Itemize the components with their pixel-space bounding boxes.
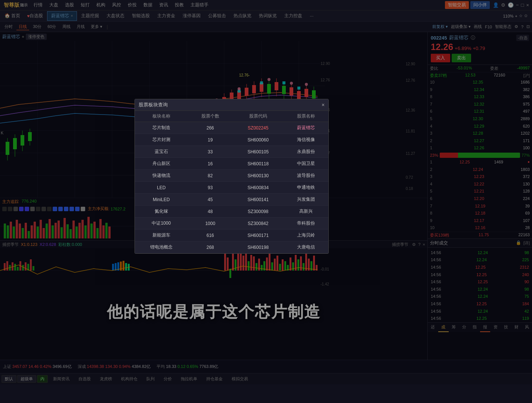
modal-table-row[interactable]: 芯片封测 19 SH600060 海信视像 bbox=[135, 134, 328, 146]
modal-table-row[interactable]: 氮化镓 48 SZ300098 高新兴 bbox=[135, 206, 328, 218]
modal-table-body: 芯片制造 266 SZ002245 蔚蓝锂芯 芯片封测 19 SH600060 … bbox=[135, 122, 328, 253]
modal-code[interactable]: SH600834 bbox=[233, 182, 284, 194]
modal-name[interactable]: 帝科股份 bbox=[284, 218, 328, 229]
modal-count: 33 bbox=[188, 146, 233, 158]
modal-table-row[interactable]: 锂电池概念 268 SH600198 大唐电信 bbox=[135, 241, 328, 253]
modal-dialog: 股票板块查询 × 板块名称 股票个数 股票代码 股票名称 芯片制造 266 SZ… bbox=[134, 99, 329, 254]
modal-table-row[interactable]: 新能源车 616 SH600171 上海贝岭 bbox=[135, 229, 328, 241]
modal-name[interactable]: 兴发集团 bbox=[284, 194, 328, 206]
modal-name[interactable]: 高新兴 bbox=[284, 206, 328, 218]
modal-col-name: 股票名称 bbox=[284, 111, 328, 122]
modal-table-row[interactable]: 中证1000 1000 SZ300842 帝科股份 bbox=[135, 218, 328, 229]
modal-code[interactable]: SH600198 bbox=[233, 241, 284, 253]
modal-count: 48 bbox=[188, 206, 233, 218]
modal-header[interactable]: 股票板块查询 × bbox=[135, 99, 328, 111]
modal-sector: 快递物流 bbox=[135, 170, 188, 182]
modal-table-header-row: 板块名称 股票个数 股票代码 股票名称 bbox=[135, 111, 328, 122]
modal-count: 93 bbox=[188, 182, 233, 194]
modal-table-row[interactable]: 舟山新区 16 SH600118 中国卫星 bbox=[135, 158, 328, 170]
modal-close-button[interactable]: × bbox=[322, 102, 325, 108]
modal-code[interactable]: SZ002245 bbox=[233, 122, 284, 134]
modal-sector: 芯片制造 bbox=[135, 122, 188, 134]
modal-count: 266 bbox=[188, 122, 233, 134]
modal-title: 股票板块查询 bbox=[139, 101, 168, 108]
modal-table-row[interactable]: MiniLED 45 SH600141 兴发集团 bbox=[135, 194, 328, 206]
modal-count: 45 bbox=[188, 194, 233, 206]
modal-sector: 中证1000 bbox=[135, 218, 188, 229]
modal-name[interactable]: 上海贝岭 bbox=[284, 229, 328, 241]
modal-code[interactable]: SH600171 bbox=[233, 229, 284, 241]
modal-code[interactable]: SZ300842 bbox=[233, 218, 284, 229]
modal-table-row[interactable]: 芯片制造 266 SZ002245 蔚蓝锂芯 bbox=[135, 122, 328, 134]
modal-sector: 锂电池概念 bbox=[135, 241, 188, 253]
modal-sector: 氮化镓 bbox=[135, 206, 188, 218]
modal-code[interactable]: SH600105 bbox=[233, 146, 284, 158]
modal-table-row[interactable]: 蓝宝石 33 SH600105 永鼎股份 bbox=[135, 146, 328, 158]
modal-name[interactable]: 中国卫星 bbox=[284, 158, 328, 170]
modal-count: 1000 bbox=[188, 218, 233, 229]
modal-code[interactable]: SH600141 bbox=[233, 194, 284, 206]
modal-overlay[interactable]: 股票板块查询 × 板块名称 股票个数 股票代码 股票名称 芯片制造 266 SZ… bbox=[0, 0, 532, 403]
modal-name[interactable]: 大唐电信 bbox=[284, 241, 328, 253]
modal-code[interactable]: SH600118 bbox=[233, 158, 284, 170]
modal-code[interactable]: SH600130 bbox=[233, 170, 284, 182]
modal-name[interactable]: 波导股份 bbox=[284, 170, 328, 182]
modal-sector: 芯片封测 bbox=[135, 134, 188, 146]
modal-sector: MiniLED bbox=[135, 194, 188, 206]
modal-count: 616 bbox=[188, 229, 233, 241]
modal-name[interactable]: 海信视像 bbox=[284, 134, 328, 146]
modal-count: 16 bbox=[188, 158, 233, 170]
modal-count: 268 bbox=[188, 241, 233, 253]
modal-col-count: 股票个数 bbox=[188, 111, 233, 122]
modal-sector: 舟山新区 bbox=[135, 158, 188, 170]
modal-count: 19 bbox=[188, 134, 233, 146]
modal-sector: 蓝宝石 bbox=[135, 146, 188, 158]
modal-name[interactable]: 申通地铁 bbox=[284, 182, 328, 194]
modal-col-sector: 板块名称 bbox=[135, 111, 188, 122]
modal-col-code: 股票代码 bbox=[233, 111, 284, 122]
modal-sector: LED bbox=[135, 182, 188, 194]
modal-table: 板块名称 股票个数 股票代码 股票名称 芯片制造 266 SZ002245 蔚蓝… bbox=[135, 111, 328, 253]
modal-name[interactable]: 永鼎股份 bbox=[284, 146, 328, 158]
modal-code[interactable]: SH600060 bbox=[233, 134, 284, 146]
modal-code[interactable]: SZ300098 bbox=[233, 206, 284, 218]
modal-table-row[interactable]: 快递物流 82 SH600130 波导股份 bbox=[135, 170, 328, 182]
modal-sector: 新能源车 bbox=[135, 229, 188, 241]
modal-count: 82 bbox=[188, 170, 233, 182]
modal-name[interactable]: 蔚蓝锂芯 bbox=[284, 122, 328, 134]
modal-table-row[interactable]: LED 93 SH600834 申通地铁 bbox=[135, 182, 328, 194]
